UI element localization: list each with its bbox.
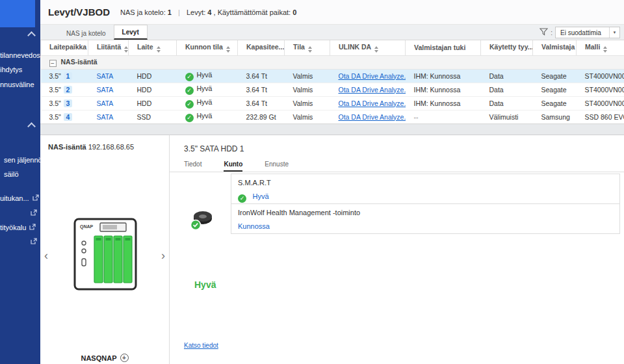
sort-icon <box>603 46 607 53</box>
cell-health: ✓Hyvä <box>177 69 238 83</box>
chevron-left-icon[interactable]: ‹ <box>44 250 48 261</box>
sort-icon <box>226 46 230 53</box>
cell-ulink: Ota DA Drive Analyze... <box>330 96 406 110</box>
cell-vendor: Seagate <box>533 83 577 96</box>
slot-number-badge: 3 <box>64 99 72 107</box>
sidebar-item-media[interactable]: nnusväline <box>0 79 34 90</box>
slot-number-badge: 1 <box>64 72 72 80</box>
cell-device: HDD <box>129 69 177 83</box>
sidebar-item-external-4[interactable] <box>27 237 37 247</box>
detail-tabs-divider <box>170 172 624 172</box>
slot-number-badge: 4 <box>64 113 72 121</box>
tab-kunto[interactable]: Kunto <box>224 161 242 172</box>
sidebar-item-external-2[interactable] <box>27 208 37 218</box>
cell-status: Valmis <box>285 69 330 83</box>
filter-dropdown[interactable]: Ei suodattimia ▼ <box>555 27 620 38</box>
col-valmistaja[interactable]: Valmistaja <box>533 40 577 55</box>
col-kunnon-tila[interactable]: Kunnon tila <box>177 40 238 55</box>
sidebar-item-snapshot[interactable]: tilannevedos <box>0 50 40 60</box>
da-analyzer-link[interactable]: Ota DA Drive Analyze... <box>339 86 406 94</box>
check-circle-icon: ✓ <box>185 86 194 95</box>
col-laite[interactable]: Laite <box>129 40 177 55</box>
page-title: Levyt/VJBOD <box>48 6 110 18</box>
collapse-icon[interactable]: − <box>49 60 57 67</box>
cell-usage: Data <box>481 69 533 83</box>
sidebar-item-acceleration[interactable]: ihdytys <box>0 64 22 75</box>
cell-capacity: 3.64 Tt <box>238 69 285 83</box>
sidebar-item-external-3[interactable]: tityökalu <box>0 222 36 233</box>
table-row[interactable]: 3.5"2 SATA HDD ✓Hyvä 3.64 Tt Valmis Ota … <box>41 83 624 96</box>
tab-tiedot[interactable]: Tiedot <box>184 161 202 172</box>
filter-funnel-icon[interactable] <box>540 27 548 38</box>
nas-host-ip: 192.168.68.65 <box>88 143 134 151</box>
filter-value: Ei suodattimia <box>556 29 609 36</box>
plus-circle-icon[interactable]: + <box>120 354 129 362</box>
table-row[interactable]: 3.5"1 SATA HDD ✓Hyvä 3.64 Tt Valmis Ota … <box>41 69 624 83</box>
external-link-icon <box>31 209 37 217</box>
cell-slot: 3.5"1 <box>41 69 88 83</box>
disk-table: Laitepaikka Liitäntä Laite Kunnon tila K… <box>40 40 624 124</box>
cell-health: ✓Hyvä <box>177 96 238 110</box>
da-analyzer-link[interactable]: Ota DA Drive Analyze... <box>339 99 406 107</box>
tab-ennuste[interactable]: Ennuste <box>265 161 289 172</box>
cell-capacity: 232.89 Gt <box>238 110 285 124</box>
sidebar-item-external-1[interactable]: uitukan... <box>0 193 39 203</box>
tab-nas-ja-kotelo[interactable]: NAS ja kotelo <box>58 27 114 40</box>
check-circle-icon: ✓ <box>238 194 246 203</box>
ihm-status-box: IronWolf Health Management -toiminto Kun… <box>231 203 620 234</box>
cell-slot: 3.5"3 <box>41 96 88 110</box>
chevron-down-icon: ▼ <box>609 27 619 38</box>
sidebar: tilannevedos ihdytys nnusväline sen jälj… <box>0 0 40 364</box>
col-kaytetty-tyyppi[interactable]: Käytetty tyy... <box>481 40 533 55</box>
sort-icon <box>124 46 128 53</box>
col-valmistajan-tuki[interactable]: Valmistajan tuki <box>406 40 481 55</box>
cell-capacity: 3.64 Tt <box>238 83 285 96</box>
ihm-status-link[interactable]: Kunnossa <box>238 222 270 230</box>
sidebar-item-vault[interactable]: säilö <box>4 169 19 179</box>
view-details-link[interactable]: Katso tiedot <box>184 342 218 349</box>
group-row-nas-host[interactable]: −NAS-isäntä <box>41 55 624 69</box>
cell-device: HDD <box>129 83 177 96</box>
app-logo[interactable] <box>0 0 35 27</box>
cell-ulink: Ota DA Drive Analyze... <box>330 69 406 83</box>
col-ulink-da[interactable]: ULINK DA <box>330 40 406 55</box>
col-malli[interactable]: Malli <box>577 40 624 55</box>
nas-name-row: NASQNAP + <box>40 354 169 362</box>
nas-device-illustration[interactable]: QNAP <box>73 217 138 294</box>
nas-enclosure-panel: NAS-isäntä 192.168.68.65 ‹ › QNAP <box>40 135 170 364</box>
cell-status: Valmis <box>285 83 330 96</box>
table-row[interactable]: 3.5"3 SATA HDD ✓Hyvä 3.64 Tt Valmis Ota … <box>41 96 624 110</box>
col-kapasiteetti[interactable]: Kapasitee... <box>238 40 285 55</box>
cell-device: SSD <box>129 110 177 124</box>
sidebar-item-replica[interactable]: sen jäljennös <box>4 155 46 165</box>
da-analyzer-link[interactable]: Ota DA Drive Analyze... <box>339 72 406 80</box>
cell-health: ✓Hyvä <box>177 110 238 124</box>
chevron-right-icon[interactable]: › <box>161 250 165 261</box>
cell-model: ST4000VN00 <box>577 69 624 83</box>
panel-splitter[interactable] <box>40 124 624 135</box>
col-liitanta[interactable]: Liitäntä <box>88 40 129 55</box>
disk-count: 4 <box>207 8 211 16</box>
cell-vendor: Samsung <box>533 110 577 124</box>
check-circle-icon: ✓ <box>185 73 194 81</box>
cell-ulink: Ota DA Drive Analyze... <box>330 110 406 124</box>
cell-health: ✓Hyvä <box>177 83 238 96</box>
col-tila[interactable]: Tila <box>285 40 330 55</box>
chevron-up-icon[interactable] <box>27 31 36 40</box>
ihm-label: IronWolf Health Management -toiminto <box>238 209 613 216</box>
nas-count: 1 <box>168 8 172 16</box>
cell-status: Valmis <box>285 96 330 110</box>
chevron-up-icon[interactable] <box>27 122 36 131</box>
slot-number-badge: 2 <box>64 86 72 94</box>
filter-bar: : Ei suodattimia ▼ <box>540 27 620 38</box>
sort-icon <box>308 46 312 53</box>
cell-usage: Data <box>481 96 533 110</box>
smart-status-link[interactable]: Hyvä <box>252 192 268 200</box>
col-laitepaikka[interactable]: Laitepaikka <box>41 40 88 55</box>
cell-usage: Välimuisti <box>481 110 533 124</box>
table-row[interactable]: 3.5"4 SATA SSD ✓Hyvä 232.89 Gt Valmis Ot… <box>41 110 624 124</box>
cell-usage: Data <box>481 83 533 96</box>
check-circle-icon: ✓ <box>185 114 194 122</box>
tab-levyt[interactable]: Levyt <box>114 25 148 40</box>
da-analyzer-link[interactable]: Ota DA Drive Analyze... <box>339 113 406 121</box>
